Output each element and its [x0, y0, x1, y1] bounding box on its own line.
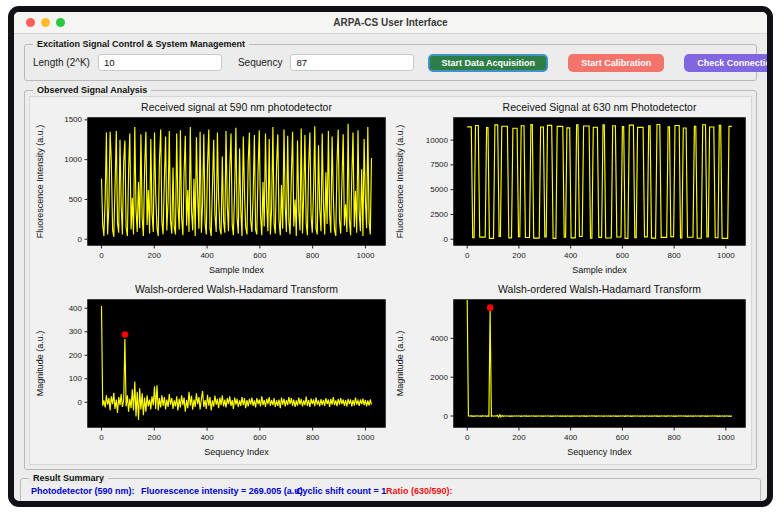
- summary-590-detector: Photodetector (590 nm):: [31, 484, 141, 498]
- svg-text:800: 800: [667, 433, 681, 442]
- summary-590-intensity: Fluorescence intensity = 269.005 (a.u): [141, 484, 296, 498]
- start-data-acquisition-button[interactable]: Start Data Acquisition: [428, 54, 548, 72]
- svg-text:600: 600: [253, 433, 267, 442]
- svg-text:400: 400: [200, 433, 214, 442]
- excitation-control-frame: Excitation Signal Control & System Manag…: [24, 44, 757, 81]
- result-summary-body: Photodetector (590 nm): Fluorescence int…: [21, 479, 760, 507]
- svg-text:Walsh-ordered Walsh-Hadamard T: Walsh-ordered Walsh-Hadamard Transform: [498, 283, 701, 295]
- svg-text:0: 0: [444, 235, 449, 244]
- svg-text:800: 800: [667, 251, 681, 260]
- svg-text:0: 0: [78, 398, 83, 407]
- svg-text:600: 600: [616, 251, 630, 260]
- sequency-label: Sequency: [238, 57, 282, 68]
- svg-text:0: 0: [99, 433, 104, 442]
- svg-text:0: 0: [444, 411, 449, 420]
- window-title: ARPA-CS User Interface: [14, 17, 767, 28]
- title-bar: ARPA-CS User Interface: [14, 12, 767, 34]
- svg-text:0: 0: [465, 433, 470, 442]
- svg-text:400: 400: [200, 251, 214, 260]
- svg-text:Sample Index: Sample Index: [209, 265, 265, 275]
- svg-text:0: 0: [78, 235, 83, 244]
- svg-text:Magnitude (a.u.): Magnitude (a.u.): [395, 330, 405, 396]
- svg-text:200: 200: [69, 351, 83, 360]
- summary-630-detector: Photodetector (630 nm):: [31, 498, 141, 507]
- start-calibration-button[interactable]: Start Calibration: [568, 54, 664, 72]
- svg-text:100: 100: [69, 374, 83, 383]
- svg-text:200: 200: [148, 433, 162, 442]
- svg-text:800: 800: [306, 433, 320, 442]
- svg-text:300: 300: [69, 327, 83, 336]
- chart-590nm-walsh-hadamard: 020040060080010000100200300400Walsh-orde…: [32, 281, 392, 462]
- summary-row-590: Photodetector (590 nm): Fluorescence int…: [31, 484, 750, 498]
- result-summary-frame: Result Summary Photodetector (590 nm): F…: [20, 478, 761, 507]
- svg-text:7500: 7500: [430, 161, 448, 170]
- excitation-control-frame-label: Excitation Signal Control & System Manag…: [33, 39, 249, 50]
- svg-text:400: 400: [564, 251, 578, 260]
- chart-630nm-walsh-hadamard: 02004006008001000020004000Walsh-ordered …: [392, 281, 752, 462]
- svg-text:5000: 5000: [430, 186, 448, 195]
- svg-text:Received Signal at 630 nm Phot: Received Signal at 630 nm Photodetector: [503, 101, 697, 113]
- svg-text:4000: 4000: [430, 334, 448, 343]
- summary-630-shift-count: Cyclic shift count = 1: [296, 498, 386, 507]
- summary-ratio-label: Ratio (630/590):: [386, 484, 750, 498]
- svg-text:1000: 1000: [357, 433, 375, 442]
- length-input[interactable]: [98, 54, 222, 71]
- sequency-input[interactable]: [290, 54, 414, 71]
- control-row: Length (2^K) Sequency Start Data Acquisi…: [25, 45, 756, 80]
- svg-text:Sequency Index: Sequency Index: [567, 447, 632, 457]
- svg-text:10000: 10000: [426, 136, 449, 145]
- svg-text:600: 600: [253, 251, 267, 260]
- svg-text:1000: 1000: [717, 251, 735, 260]
- svg-text:200: 200: [148, 251, 162, 260]
- svg-text:1500: 1500: [64, 116, 82, 125]
- summary-590-shift-count: Cyclic shift count = 1: [296, 484, 386, 498]
- summary-ratio-value: 20.081: [386, 498, 750, 507]
- length-label: Length (2^K): [33, 57, 90, 68]
- result-summary-frame-label: Result Summary: [29, 473, 108, 484]
- chart-630nm-signal: 02004006008001000025005000750010000Recei…: [392, 99, 752, 280]
- svg-text:600: 600: [616, 433, 630, 442]
- svg-text:1000: 1000: [717, 433, 735, 442]
- svg-text:2000: 2000: [430, 373, 448, 382]
- figure-canvas: 02004006008001000050010001500Received si…: [29, 96, 752, 465]
- svg-text:2500: 2500: [430, 210, 448, 219]
- check-connection-button[interactable]: Check Connection: [684, 54, 773, 72]
- svg-text:200: 200: [512, 251, 526, 260]
- svg-text:200: 200: [512, 433, 526, 442]
- observed-signal-analysis-frame-label: Observed Signal Analysis: [33, 85, 151, 96]
- svg-text:400: 400: [564, 433, 578, 442]
- app-window: ARPA-CS User Interface Excitation Signal…: [8, 6, 773, 507]
- summary-row-630: Photodetector (630 nm): Fluorescence int…: [31, 498, 750, 507]
- svg-text:0: 0: [99, 251, 104, 260]
- observed-signal-analysis-frame: Observed Signal Analysis 020040060080010…: [24, 90, 757, 470]
- svg-text:800: 800: [306, 251, 320, 260]
- svg-text:Sample index: Sample index: [572, 265, 627, 275]
- svg-text:Fluorescence Intensity (a.u.): Fluorescence Intensity (a.u.): [35, 125, 45, 239]
- chart-590nm-signal: 02004006008001000050010001500Received si…: [32, 99, 392, 280]
- svg-text:Fluorescence Intensity (a.u.): Fluorescence Intensity (a.u.): [395, 125, 405, 239]
- svg-text:500: 500: [69, 195, 83, 204]
- svg-text:Walsh-ordered Walsh-Hadamard T: Walsh-ordered Walsh-Hadamard Transform: [135, 283, 338, 295]
- svg-text:0: 0: [465, 251, 470, 260]
- svg-text:Received signal at 590 nm phot: Received signal at 590 nm photodetector: [141, 101, 332, 113]
- svg-text:1000: 1000: [357, 251, 375, 260]
- svg-text:400: 400: [69, 304, 83, 313]
- svg-text:1000: 1000: [64, 155, 82, 164]
- svg-text:Sequency Index: Sequency Index: [204, 447, 269, 457]
- summary-630-intensity: Fluorescence intensity = 5401.991 (a.u): [141, 498, 296, 507]
- svg-text:Magnitude (a.u.): Magnitude (a.u.): [35, 330, 45, 396]
